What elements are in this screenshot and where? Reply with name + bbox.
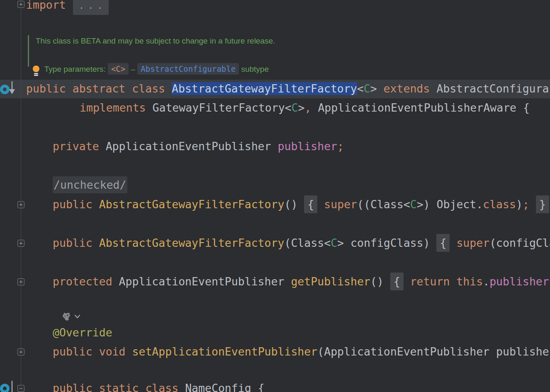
code-token <box>430 236 436 249</box>
gutter-fold-line <box>21 0 21 392</box>
code-token: ApplicationEventPublisher <box>112 275 291 288</box>
code-token <box>92 345 99 358</box>
code-token: publisher <box>489 275 549 288</box>
code-token: this <box>456 275 483 288</box>
chevron-down-icon <box>74 314 80 319</box>
code-line: @Override <box>53 323 112 342</box>
code-token <box>529 198 536 211</box>
code-token: , <box>304 101 311 114</box>
code-line: implements GatewayFilterFactory<C>, Appl… <box>80 98 530 117</box>
code-token: (configCla <box>489 236 550 249</box>
code-token: C <box>292 101 298 114</box>
code-token: public <box>53 382 92 392</box>
code-token: GatewayFilterFactory< <box>146 101 292 114</box>
code-token: NameConfig { <box>178 382 264 392</box>
code-token: ApplicationEventPublisher <box>99 140 278 153</box>
code-token: public <box>53 236 92 249</box>
code-token: void <box>99 345 126 358</box>
code-token <box>297 198 304 211</box>
code-token <box>92 236 99 249</box>
doc-type-parameters-label: Type parameters: <box>44 65 108 73</box>
code-token: super <box>324 198 357 211</box>
code-token: > <box>298 101 305 114</box>
code-token <box>450 275 456 288</box>
folded-annotation-chip[interactable]: /unchecked/ <box>53 176 127 193</box>
intention-bulb-icon[interactable] <box>32 66 40 76</box>
code-token <box>139 382 145 392</box>
fold-marker[interactable]: + <box>17 240 24 247</box>
overridden-down-arrow-icon[interactable] <box>8 380 17 392</box>
code-token: return <box>410 275 450 288</box>
code-token: private <box>53 140 99 153</box>
fold-marker[interactable]: + <box>17 278 24 285</box>
code-token: > <box>370 82 384 95</box>
doc-comment-bar <box>28 35 29 67</box>
code-vision-widget[interactable] <box>61 310 80 323</box>
code-token <box>92 382 99 392</box>
code-token <box>384 275 390 288</box>
fold-marker[interactable]: + <box>17 201 24 208</box>
folded-body-brace[interactable]: { <box>390 273 404 290</box>
code-token <box>404 275 410 288</box>
fold-marker[interactable]: + <box>17 348 24 355</box>
folded-body-brace[interactable]: { <box>304 195 317 213</box>
code-line: public void setApplicationEventPublisher… <box>53 342 549 361</box>
code-token: protected <box>53 275 112 288</box>
doc-dash: – <box>129 65 137 73</box>
doc-subtype-label: subtype <box>239 65 269 73</box>
code-token: class <box>483 198 516 211</box>
overridden-down-arrow-icon[interactable] <box>8 80 17 95</box>
folded-body-brace[interactable]: } <box>536 195 549 213</box>
editor-pane: +++++− This class is BETA and may be sub… <box>0 0 550 392</box>
code-token: public abstract class <box>26 82 172 95</box>
code-token: super <box>456 236 489 249</box>
code-line: public static class NameConfig { <box>53 379 265 392</box>
code-token: getPublisher <box>291 275 370 288</box>
code-token: ) <box>516 198 523 211</box>
code-token: class <box>145 382 178 392</box>
bulb-glass <box>33 66 39 72</box>
code-token <box>317 198 324 211</box>
bulb-base <box>34 75 38 76</box>
code-token: public <box>53 345 92 358</box>
code-line: public AbstractGatewayFilterFactory() { … <box>53 195 549 214</box>
code-token: AbstractGatewayFilterFactory <box>99 198 285 211</box>
code-vision-settings-icon <box>61 311 72 322</box>
code-token: (ApplicationEventPublisher publishe <box>317 345 549 358</box>
folded-imports-chip[interactable]: ... <box>73 0 109 15</box>
code-line: import... <box>26 0 109 15</box>
code-token: implements <box>80 101 146 114</box>
fold-marker[interactable]: − <box>17 385 24 392</box>
code-line: public AbstractGatewayFilterFactory(Clas… <box>53 234 550 253</box>
code-token <box>450 236 456 249</box>
code-token: AbstractGatewayFilterFactory <box>99 236 285 249</box>
fold-marker[interactable]: + <box>17 1 24 8</box>
code-token: public <box>53 198 92 211</box>
code-token: @Override <box>53 326 112 339</box>
code-token: . <box>483 275 489 288</box>
code-token <box>92 198 99 211</box>
code-token: ((Class< <box>357 198 410 211</box>
code-token: AbstractConfigura <box>430 82 549 95</box>
code-token: (Class< <box>284 236 331 249</box>
code-token: setApplicationEventPublisher <box>132 345 318 358</box>
code-token: static <box>99 382 139 392</box>
code-token: C <box>364 82 370 95</box>
folded-body-brace[interactable]: { <box>436 234 450 252</box>
code-token: C <box>410 198 417 211</box>
code-token: extends <box>384 82 430 95</box>
code-token: >) Object. <box>417 198 483 211</box>
code-token: () <box>284 198 297 211</box>
code-token <box>126 345 132 358</box>
code-line: public abstract class AbstractGatewayFil… <box>26 79 549 98</box>
code-token: ; <box>337 140 344 153</box>
code-token: ; <box>523 198 529 211</box>
code-token: ApplicationEventPublisherAware { <box>311 101 530 114</box>
code-token: () <box>370 275 384 288</box>
code-token: import <box>26 0 66 11</box>
code-line: protected ApplicationEventPublisher getP… <box>53 272 550 291</box>
doc-type-param-chip: <C> <box>108 63 129 75</box>
code-token: < <box>357 82 364 95</box>
code-token: C <box>331 236 337 249</box>
doc-class-link[interactable]: AbstractConfigurable <box>137 63 239 75</box>
